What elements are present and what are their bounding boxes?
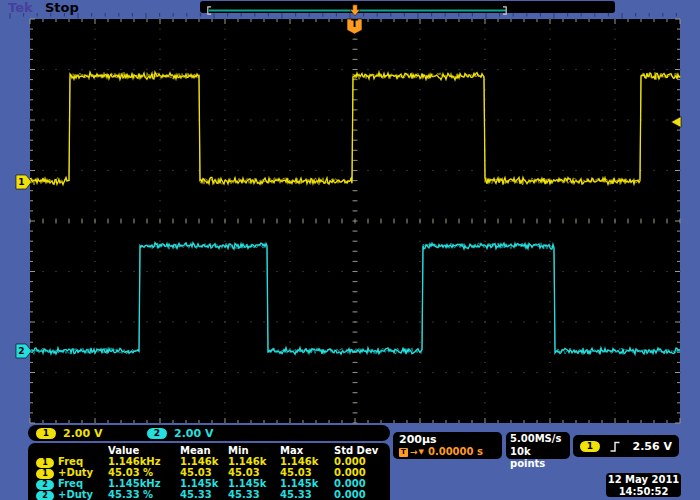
meas-cell: 45.03 %: [108, 467, 180, 479]
meas-cell: 45.03: [280, 467, 334, 479]
record-view-bar[interactable]: [200, 1, 615, 13]
timebase-scale: 200µs: [399, 433, 496, 446]
measurements-header: ValueMeanMinMaxStd Dev: [32, 445, 390, 456]
meas-col-label: Value: [108, 445, 180, 456]
meas-col-label: Std Dev: [334, 445, 382, 456]
meas-cell: 1.145k: [228, 478, 280, 490]
ch2-scale: 2.00 V: [174, 427, 232, 440]
meas-cell: 1.145k: [180, 478, 228, 490]
ch1-marker-label[interactable]: 1: [15, 177, 28, 187]
meas-cell: 0.000: [334, 467, 382, 479]
tek-logo: Tek: [8, 0, 33, 15]
sample-rate: 5.00MS/s: [510, 433, 566, 446]
arrow-right-icon: →: [410, 446, 418, 458]
meas-cell: 45.03: [180, 467, 228, 479]
waveform-ch2: [30, 243, 680, 355]
ch2-badge: 2: [147, 428, 167, 439]
meas-cell: 1.145kHz: [108, 478, 180, 490]
meas-cell: 0.000: [334, 478, 382, 490]
meas-col-label: Min: [228, 445, 280, 456]
meas-cell: 1.145k: [280, 478, 334, 490]
meas-cell: 1.146kHz: [108, 456, 180, 468]
meas-cell: 1.146k: [180, 456, 228, 468]
ch1-scale: 2.00 V: [63, 427, 121, 440]
trigger-readout: 1 2.56 V: [573, 435, 679, 457]
meas-name: +Duty: [58, 489, 108, 500]
channel-scale-bar: 1 2.00 V 2 2.00 V: [28, 425, 390, 441]
trigger-flag[interactable]: T: [347, 18, 362, 29]
meas-name: +Duty: [58, 467, 108, 479]
measurements-table: ValueMeanMinMaxStd Dev1Freq1.146kHz1.146…: [28, 443, 390, 500]
acquisition-readout: 5.00MS/s 10k points: [506, 432, 570, 459]
ch1-badge: 1: [36, 428, 56, 439]
trigger-t-icon: T: [399, 448, 408, 457]
meas-cell: 45.33: [180, 489, 228, 500]
meas-cell: 45.33: [228, 489, 280, 500]
record-length: 10k points: [510, 446, 566, 471]
datetime-readout: 12 May 2011 14:50:52: [606, 473, 681, 497]
meas-cell: 45.33: [280, 489, 334, 500]
meas-col-label: [58, 445, 108, 456]
meas-name: Freq: [58, 456, 108, 468]
measurement-row: 2+Duty45.33 %45.3345.3345.330.000: [32, 489, 390, 500]
meas-cell: 0.000: [334, 456, 382, 468]
oscilloscope-frame: Tek Stop T 1 2 1 2.00 V 2 2.00 V ValueMe…: [0, 0, 700, 500]
meas-cell: 45.33 %: [108, 489, 180, 500]
time-label: 14:50:52: [606, 486, 681, 498]
meas-cell: 1.146k: [228, 456, 280, 468]
meas-cell: 1.146k: [280, 456, 334, 468]
meas-ch-badge: 2: [36, 491, 54, 500]
meas-col-label: [32, 445, 58, 456]
measurement-row: 1Freq1.146kHz1.146k1.146k1.146k0.000: [32, 456, 390, 467]
arrow-down-icon: ▼: [419, 446, 424, 458]
trigger-position-arrow-icon[interactable]: [350, 5, 360, 16]
waveform-ch2: [30, 243, 680, 355]
meas-cell: 45.03: [228, 467, 280, 479]
meas-col-label: Mean: [180, 445, 228, 456]
rising-edge-icon: [609, 440, 621, 453]
trigger-level: 2.56 V: [633, 440, 672, 453]
date-label: 12 May 2011: [606, 474, 681, 486]
meas-col-label: Max: [280, 445, 334, 456]
measurement-row: 1+Duty45.03 %45.0345.0345.030.000: [32, 467, 390, 478]
trigger-position-value: 0.00000 s: [428, 446, 483, 458]
trigger-source-badge: 1: [580, 441, 600, 452]
meas-name: Freq: [58, 478, 108, 490]
ch2-marker-label[interactable]: 2: [15, 346, 28, 356]
waveform-ch1: [30, 72, 680, 185]
meas-cell: 0.000: [334, 489, 382, 500]
waveform-ch1: [30, 72, 680, 185]
trigger-level-arrow[interactable]: [671, 117, 681, 128]
timebase-readout: 200µs T → ▼ 0.00000 s: [393, 432, 502, 459]
measurement-row: 2Freq1.145kHz1.145k1.145k1.145k0.000: [32, 478, 390, 489]
graticule: [30, 19, 680, 423]
acquisition-status: Stop: [45, 0, 79, 15]
